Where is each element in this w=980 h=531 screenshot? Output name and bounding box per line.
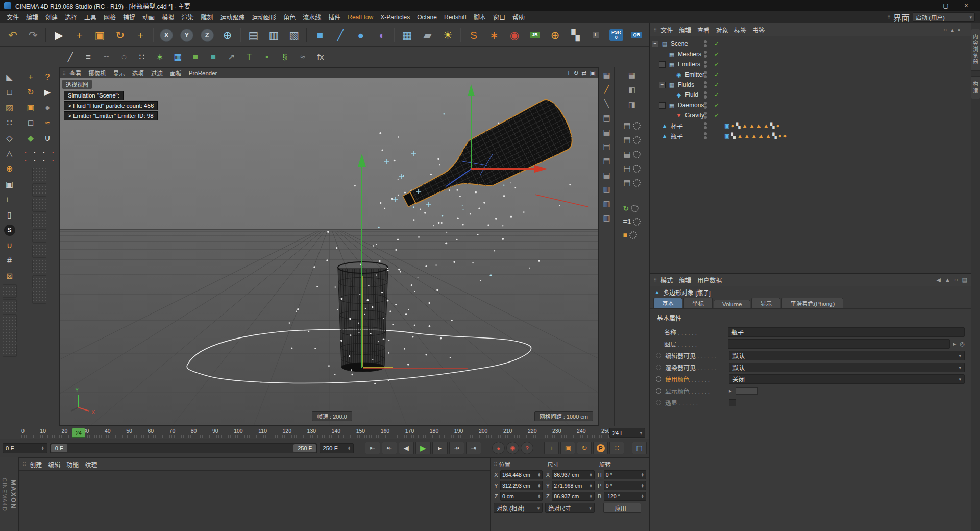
object-manager-menu-item[interactable]: 对象 [713, 25, 731, 35]
dashed-spline-icon[interactable]: ╌ [98, 49, 114, 65]
timeline-tick[interactable]: 250 [601, 428, 610, 434]
gear-icon[interactable] [629, 231, 637, 239]
coordinate-input[interactable]: 271.968 cm▲▼ [552, 481, 594, 490]
panel-preset-icon[interactable]: ▥ [601, 198, 613, 209]
light-icon[interactable]: ☀ [438, 26, 457, 45]
viewport-menu-item[interactable]: 摄像机 [85, 68, 110, 78]
layer-browse-icon[interactable]: ▸ [953, 341, 957, 347]
menu-item[interactable]: 动画 [139, 12, 158, 22]
mini-slot[interactable]: ▪ [49, 157, 57, 163]
equal-one-icon[interactable]: =1 [623, 218, 641, 226]
viewport-name-label[interactable]: 透视视图 [62, 80, 92, 89]
cube-array-icon[interactable]: ▦ [169, 49, 186, 65]
separator[interactable] [151, 26, 156, 45]
cursor-icon[interactable]: ▶ [40, 85, 55, 99]
menu-item[interactable]: 运动图形 [248, 12, 280, 22]
object-tag-icon[interactable]: ▚ [770, 123, 774, 129]
timeline-tick[interactable]: 210 [503, 428, 512, 434]
key-position-button[interactable]: + [544, 442, 559, 454]
am-up-icon[interactable]: ▲ [945, 277, 950, 283]
timeline-tick[interactable]: 110 [258, 428, 267, 434]
burst-icon[interactable]: ∗ [152, 49, 168, 65]
timeline-tick[interactable]: 240 [577, 428, 586, 434]
prev-frame-button[interactable]: ◀ [399, 442, 414, 454]
visibility-toggles[interactable] [704, 40, 707, 47]
scale-tool-icon[interactable]: ▣ [90, 26, 109, 45]
gear-icon[interactable] [633, 165, 641, 173]
key-rotation-button[interactable]: ↻ [577, 442, 592, 454]
qr-icon[interactable]: QR [627, 26, 646, 45]
object-tag-icon[interactable]: ▣ [724, 133, 729, 139]
xparticles-icon[interactable]: ∗ [484, 26, 504, 45]
globe-icon[interactable]: ⊕ [546, 26, 565, 45]
menu-item[interactable]: 流水线 [299, 12, 325, 22]
workplane-mode-icon[interactable]: ∟ [2, 192, 17, 206]
panel-preset-icon[interactable]: ▥ [601, 212, 613, 224]
tree-row[interactable]: − ▤ Scene ✓ [650, 39, 971, 49]
goto-end-button[interactable]: ⇥ [466, 442, 481, 454]
visibility-toggles[interactable] [704, 51, 707, 58]
panel-preset-icon[interactable]: ▤ [601, 112, 613, 124]
soft-selection-icon[interactable]: ◆ [23, 131, 38, 145]
expander-icon[interactable]: − [659, 82, 666, 88]
material-manager-menu-item[interactable]: 编辑 [45, 459, 63, 470]
object-tag-icon[interactable]: ▚ [772, 133, 776, 139]
frame-range-slider[interactable]: 0 F 250 F [50, 443, 317, 453]
visibility-toggles[interactable] [704, 102, 707, 109]
maximize-view-icon[interactable]: ▣ [590, 69, 596, 77]
start-frame-spinner[interactable]: 0 F▲▼ [3, 443, 47, 453]
expander-icon[interactable]: − [652, 41, 658, 47]
timeline-tick[interactable]: 60 [148, 428, 154, 434]
viewport-solo-icon[interactable]: S [2, 223, 17, 237]
timeline-tick[interactable]: 190 [454, 428, 463, 434]
use-color-select[interactable]: 关闭▾ [729, 374, 965, 384]
visibility-toggles[interactable] [704, 71, 707, 78]
coordinate-system-icon[interactable]: ⊕ [218, 26, 237, 45]
display-color-swatch[interactable] [736, 387, 758, 395]
coordinate-mode-control[interactable]: 绝对尺寸▾ [545, 503, 594, 513]
panel-gear-icon[interactable]: ▤ [623, 178, 640, 187]
separator[interactable] [238, 26, 243, 45]
coordinate-input[interactable]: -120 °▲▼ [604, 492, 646, 501]
redo-icon[interactable]: ↷ [23, 26, 43, 45]
gear-icon[interactable] [631, 205, 639, 212]
panel-gear-icon[interactable]: ▤ [623, 164, 640, 173]
lock-x-icon[interactable]: X [157, 26, 176, 45]
orbit-view-icon[interactable]: ↻ [574, 69, 579, 77]
mini-slot[interactable]: ▪ [40, 157, 47, 163]
layout-select[interactable]: 启动 (用户) ▾ [913, 12, 975, 22]
range-start-handle[interactable]: 0 F [51, 444, 67, 452]
separator[interactable] [458, 26, 463, 45]
enable-check-icon[interactable]: ✓ [714, 51, 719, 58]
key-pla-button[interactable]: ∷ [609, 442, 624, 454]
timeline-tick[interactable]: 230 [552, 428, 561, 434]
object-tag-icon[interactable]: ▲ [763, 123, 769, 129]
gear-icon[interactable] [633, 151, 641, 158]
end-frame-spinner[interactable]: 250 F▲▼ [320, 443, 354, 453]
visibility-toggles[interactable] [704, 61, 707, 68]
om-menu-icon[interactable]: ≡ [964, 27, 967, 33]
tree-row[interactable]: ▲ 瓶子 ✓ ▣▚▲▲▲▲▲▚●● [650, 131, 971, 141]
menu-item[interactable]: 运动跟踪 [216, 12, 248, 22]
menu-item[interactable]: 雕刻 [197, 12, 216, 22]
sculpt-pen-icon[interactable]: ╱ [601, 84, 613, 95]
separator[interactable] [305, 26, 309, 45]
object-tag-icon[interactable]: ▣ [724, 123, 729, 129]
timeline-tick[interactable]: 100 [234, 428, 243, 434]
menu-item[interactable]: X-Particles [377, 13, 413, 22]
timeline-tick[interactable]: 0 [21, 428, 24, 434]
realflow-icon[interactable]: S [464, 26, 483, 45]
mini-slot[interactable]: ▪ [40, 149, 47, 155]
menu-item[interactable]: 文件 [3, 12, 22, 22]
zoom-view-icon[interactable]: ⇄ [582, 69, 587, 77]
om-search-icon[interactable]: ○ [943, 27, 947, 33]
object-tag-icon[interactable]: ▲ [765, 133, 771, 139]
enable-check-icon[interactable]: ✓ [714, 61, 719, 68]
timeline-tick[interactable]: 170 [405, 428, 414, 434]
panel-preset-icon[interactable]: ▤ [601, 127, 613, 138]
layer-field[interactable] [728, 339, 950, 349]
rotate-tool-icon[interactable]: ↻ [110, 26, 130, 45]
coordinate-input[interactable]: 0 °▲▼ [604, 481, 646, 490]
tree-row[interactable]: ▲ 杯子 ✓ ▣●▚▲▲▲▲▚● [650, 120, 971, 131]
help-icon[interactable]: ? [40, 70, 55, 84]
